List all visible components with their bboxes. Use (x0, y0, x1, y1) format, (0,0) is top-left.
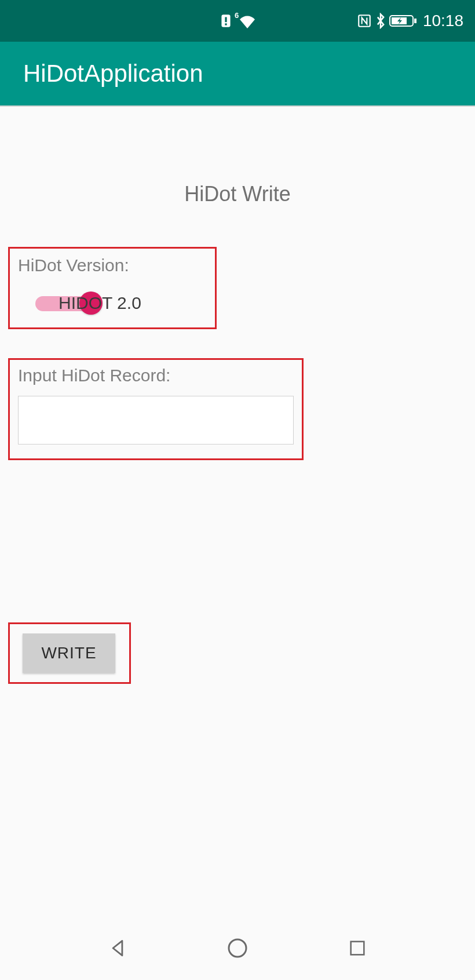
nav-bar (0, 916, 475, 980)
bluetooth-icon (375, 13, 386, 29)
back-button[interactable] (104, 935, 131, 961)
record-label: Input HiDot Record: (18, 366, 294, 385)
svg-rect-1 (225, 17, 226, 23)
wifi-icon: 6 (238, 13, 257, 28)
version-value: HIDOT 2.0 (59, 293, 141, 313)
app-title: HiDotApplication (23, 60, 203, 88)
version-switch-row: HIDOT 2.0 (18, 293, 207, 314)
write-section: WRITE (8, 622, 131, 684)
record-input[interactable] (18, 396, 294, 445)
content: HiDot Write HiDot Version: HIDOT 2.0 Inp… (0, 107, 475, 684)
svg-point-7 (229, 939, 246, 957)
alert-icon (218, 13, 233, 28)
record-section: Input HiDot Record: (8, 358, 304, 460)
recent-button[interactable] (344, 935, 371, 961)
status-center: 6 (218, 13, 257, 28)
nfc-icon (357, 13, 372, 28)
app-bar: HiDotApplication (0, 42, 475, 107)
status-time: 10:18 (423, 12, 463, 30)
version-section: HiDot Version: HIDOT 2.0 (8, 247, 217, 329)
wifi-badge: 6 (235, 11, 239, 20)
svg-rect-8 (350, 942, 364, 955)
status-bar: 6 10:18 (0, 0, 475, 42)
write-button[interactable]: WRITE (23, 633, 115, 673)
version-label: HiDot Version: (18, 256, 207, 275)
home-button[interactable] (224, 935, 251, 961)
page-title: HiDot Write (0, 107, 475, 247)
status-right: 10:18 (357, 12, 463, 30)
svg-rect-5 (414, 19, 416, 23)
battery-icon (389, 14, 417, 28)
svg-rect-2 (225, 23, 226, 25)
